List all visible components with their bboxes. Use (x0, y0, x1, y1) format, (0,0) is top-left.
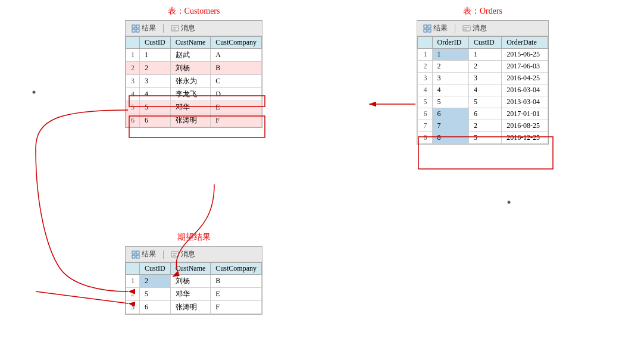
customers-company-3: D (211, 88, 262, 101)
orders-table-container: 结果 消息 OrderIDCustIDOrderDate 1112015-06-… (417, 20, 549, 145)
customers-messages-btn[interactable]: 消息 (168, 23, 198, 34)
result-results-btn[interactable]: 结果 (129, 249, 158, 260)
orders-cid-4: 5 (469, 96, 502, 108)
result-messages-label: 消息 (181, 249, 195, 259)
orders-col-0 (418, 37, 433, 49)
customers-title: 表：Customers (125, 6, 262, 17)
svg-rect-3 (136, 29, 139, 32)
orders-results-label: 结果 (433, 23, 448, 33)
orders-rownum-0: 1 (418, 49, 433, 61)
orders-row-0: 1112015-06-25 (418, 49, 548, 61)
orders-row-5: 6662017-01-01 (418, 108, 548, 120)
customers-row-4: 55邓华E (126, 101, 262, 114)
customers-row-3: 44李龙飞D (126, 88, 262, 101)
orders-messages-btn[interactable]: 消息 (460, 23, 489, 34)
orders-row-4: 5552013-03-04 (418, 96, 548, 108)
customers-row-1: 22刘杨B (126, 62, 262, 75)
orders-row-1: 2222017-06-03 (418, 61, 548, 73)
orders-date-5: 2017-01-01 (502, 108, 548, 120)
orders-date-7: 2016-12-25 (502, 132, 548, 144)
orders-oid-2: 3 (432, 73, 468, 84)
orders-date-3: 2016-03-04 (502, 84, 548, 96)
svg-rect-17 (136, 255, 139, 258)
customers-rownum-5: 6 (126, 114, 140, 127)
customers-row-0: 11赵武A (126, 49, 262, 62)
toolbar-divider-1 (163, 24, 164, 33)
result-rownum-0: 1 (126, 275, 140, 288)
result-col-2: CustName (170, 263, 211, 275)
customers-col-2: CustName (170, 37, 211, 49)
customers-body: 11赵武A22刘杨B33张永为C44李龙飞D55邓华E66张涛明F (126, 49, 262, 127)
svg-rect-4 (171, 26, 179, 31)
customers-table: CustIDCustNameCustCompany 11赵武A22刘杨B33张永… (126, 36, 262, 127)
orders-rownum-4: 5 (418, 96, 433, 108)
orders-toolbar: 结果 消息 (417, 21, 548, 36)
result-section: 期望结果 结果 消息 (125, 232, 262, 315)
svg-rect-11 (463, 26, 470, 31)
customers-col-0 (126, 37, 140, 49)
result-row-2: 36张涛明F (126, 301, 262, 314)
svg-rect-1 (136, 25, 139, 28)
result-row-0: 12刘杨B (126, 275, 262, 288)
result-name-2: 张涛明 (170, 301, 211, 314)
orders-date-1: 2017-06-03 (502, 61, 548, 73)
result-messages-btn[interactable]: 消息 (168, 249, 198, 260)
orders-results-btn[interactable]: 结果 (421, 23, 450, 34)
orders-col-1: OrderID (432, 37, 468, 49)
result-company-1: E (211, 288, 262, 301)
svg-rect-7 (424, 25, 427, 28)
svg-rect-16 (132, 255, 135, 258)
message-icon-result (171, 250, 179, 259)
customers-rownum-4: 5 (126, 101, 140, 114)
grid-icon (132, 24, 140, 33)
customers-name-1: 刘杨 (170, 62, 211, 75)
svg-rect-10 (428, 29, 431, 32)
orders-cid-5: 6 (469, 108, 502, 120)
orders-cid-6: 2 (469, 120, 502, 132)
orders-date-4: 2013-03-04 (502, 96, 548, 108)
orders-date-6: 2016-08-25 (502, 120, 548, 132)
result-name-1: 邓华 (170, 288, 211, 301)
orders-date-2: 2016-04-25 (502, 73, 548, 84)
customers-rownum-0: 1 (126, 49, 140, 62)
message-icon-orders (462, 24, 471, 33)
result-col-1: CustID (140, 263, 171, 275)
result-table-container: 结果 消息 CustIDCustNameCustCompany 12刘杨B25邓… (125, 246, 262, 315)
customers-table-container: 结果 消息 CustIDCustNameCustCompany 11赵武A22刘… (125, 20, 262, 128)
orders-messages-label: 消息 (473, 23, 487, 33)
orders-row-3: 4442016-03-04 (418, 84, 548, 96)
result-company-0: B (211, 275, 262, 288)
customers-id-4: 5 (140, 101, 171, 114)
svg-rect-14 (132, 251, 135, 254)
orders-header-row: OrderIDCustIDOrderDate (418, 37, 548, 49)
result-row-1: 25邓华E (126, 288, 262, 301)
orders-row-6: 7722016-08-25 (418, 120, 548, 132)
result-id-0: 2 (140, 275, 171, 288)
grid-icon-orders (423, 24, 432, 33)
customers-company-2: C (211, 75, 262, 88)
customers-rownum-1: 2 (126, 62, 140, 75)
customers-name-3: 李龙飞 (170, 88, 211, 101)
orders-oid-0: 1 (432, 49, 468, 61)
svg-point-28 (508, 201, 511, 204)
orders-oid-5: 6 (432, 108, 468, 120)
result-results-label: 结果 (142, 249, 156, 259)
result-name-0: 刘杨 (170, 275, 211, 288)
customers-results-label: 结果 (142, 23, 156, 33)
customers-results-btn[interactable]: 结果 (129, 23, 158, 34)
customers-company-1: B (211, 62, 262, 75)
orders-date-0: 2015-06-25 (502, 49, 548, 61)
result-col-3: CustCompany (211, 263, 262, 275)
result-company-2: F (211, 301, 262, 314)
customers-company-0: A (211, 49, 262, 62)
orders-rownum-6: 7 (418, 120, 433, 132)
orders-cid-1: 2 (469, 61, 502, 73)
result-rownum-2: 3 (126, 301, 140, 314)
orders-section: 表：Orders 结果 消息 (417, 6, 549, 145)
customers-name-2: 张永为 (170, 75, 211, 88)
orders-row-7: 8852016-12-25 (418, 132, 548, 144)
customers-id-2: 3 (140, 75, 171, 88)
result-rownum-1: 2 (126, 288, 140, 301)
orders-row-2: 3332016-04-25 (418, 73, 548, 84)
svg-rect-0 (132, 25, 135, 28)
